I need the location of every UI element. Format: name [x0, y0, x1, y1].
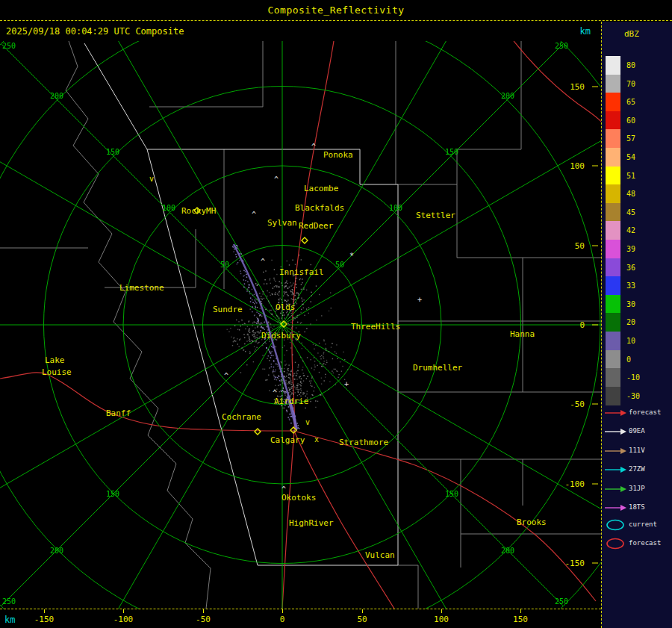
- city-label: Innisfail: [279, 267, 324, 277]
- dbz-value: 60: [626, 116, 635, 125]
- dbz-scale-title: dBZ: [624, 29, 639, 39]
- svg-text:-150: -150: [565, 559, 585, 568]
- legend-label: forecast: [629, 539, 661, 547]
- legend-label: current: [629, 520, 657, 528]
- svg-text:^: ^: [274, 175, 279, 184]
- dbz-value: 0: [626, 355, 631, 364]
- page-title: Composite_Reflectivity: [267, 4, 404, 16]
- legend-label: 31JP: [629, 485, 645, 492]
- svg-text:^: ^: [224, 372, 228, 380]
- x-axis-unit-label: km: [4, 615, 15, 625]
- dbz-swatch: [606, 295, 620, 314]
- x-axis-tick-label: 100: [434, 615, 449, 624]
- city-label: Sylvan: [267, 218, 297, 228]
- svg-text:0: 0: [579, 320, 585, 330]
- svg-text:250: 250: [2, 597, 16, 606]
- x-axis-tick-label: 50: [357, 615, 367, 624]
- dbz-swatch: [606, 167, 620, 185]
- current-ellipse-icon: [604, 518, 628, 532]
- dbz-swatch: [606, 129, 620, 148]
- city-label: Strathmore: [339, 438, 388, 447]
- svg-text:+: +: [417, 296, 422, 304]
- x-axis-tick: [123, 609, 124, 613]
- city-label: Okotoks: [281, 493, 316, 503]
- city-label: Stettler: [416, 211, 455, 220]
- svg-text:100: 100: [389, 204, 402, 212]
- legend-label: 111V: [629, 447, 645, 454]
- dbz-swatch: [606, 368, 620, 387]
- svg-text:250: 250: [2, 42, 16, 50]
- forecast-arrow-icon: [604, 408, 628, 418]
- 111V-arrow-icon: [604, 446, 628, 456]
- svg-text:150: 150: [570, 82, 585, 92]
- dbz-value: 65: [626, 98, 635, 106]
- dbz-swatch: [606, 258, 620, 277]
- dbz-swatch: [606, 111, 620, 130]
- dbz-swatch: [606, 332, 620, 350]
- x-axis-tick: [282, 609, 283, 613]
- radar-application-window: Composite_Reflectivity 2025/09/18 00:04:…: [0, 0, 672, 628]
- svg-text:^: ^: [311, 143, 316, 151]
- svg-text:^: ^: [273, 389, 277, 397]
- 18TS-arrow-icon: [604, 503, 628, 513]
- city-label: Airdrie: [274, 397, 308, 406]
- city-label: Ponoka: [323, 150, 353, 160]
- 09EA-arrow-icon: [604, 426, 628, 437]
- city-label: Didsbury: [261, 331, 301, 341]
- svg-text:200: 200: [50, 92, 63, 100]
- svg-text:150: 150: [445, 490, 458, 498]
- dbz-swatch: [606, 203, 620, 222]
- svg-text:^: ^: [261, 258, 265, 266]
- radar-display[interactable]: 5010015020025050100150200250150200250150…: [0, 41, 601, 609]
- dbz-swatch: [606, 387, 620, 405]
- x-axis-tick-label: 150: [513, 615, 528, 624]
- dbz-swatch: [606, 221, 620, 240]
- city-label: Banff: [106, 408, 131, 418]
- dbz-swatch: [606, 148, 620, 167]
- svg-text:150: 150: [106, 148, 119, 156]
- dbz-swatch: [606, 240, 620, 258]
- status-row: 2025/09/18 00:04:29 UTC Composite km: [0, 22, 601, 41]
- dbz-value: 39: [626, 245, 635, 253]
- city-label: Louise: [42, 367, 72, 377]
- legend-label: forecast: [629, 408, 661, 416]
- radar-canvas[interactable]: 5010015020025050100150200250150200250150…: [0, 41, 601, 609]
- legend-label: 18TS: [629, 503, 645, 511]
- x-axis-tick: [441, 609, 442, 613]
- dbz-value: 54: [626, 153, 635, 161]
- svg-text:50: 50: [575, 241, 585, 251]
- svg-text:200: 200: [501, 547, 514, 555]
- svg-text:-100: -100: [565, 479, 585, 489]
- city-label: Cochrane: [222, 412, 261, 422]
- city-label: Hanna: [510, 329, 535, 339]
- svg-text:50: 50: [335, 261, 344, 269]
- svg-text:-50: -50: [570, 400, 585, 409]
- dbz-value: 51: [626, 172, 635, 180]
- dbz-value: 48: [626, 190, 635, 198]
- radar-site-diamond-icon: [302, 237, 308, 243]
- city-label: HighRiver: [289, 518, 334, 528]
- svg-text:200: 200: [50, 547, 63, 555]
- x-axis: km -150-100-50050100150: [0, 609, 601, 628]
- city-label: Blackfalds: [295, 203, 344, 213]
- svg-text:x: x: [314, 435, 319, 444]
- title-bar: Composite_Reflectivity: [0, 0, 672, 21]
- x-axis-tick-label: -150: [34, 615, 55, 624]
- svg-text:100: 100: [162, 204, 175, 212]
- svg-text:100: 100: [570, 161, 585, 171]
- dbz-value: 42: [626, 226, 635, 234]
- svg-text:50: 50: [220, 261, 229, 269]
- city-label: Vulcan: [365, 550, 395, 560]
- city-label: Drumheller: [413, 363, 463, 373]
- city-label: Olds: [276, 302, 296, 312]
- dbz-value: 36: [626, 264, 635, 272]
- dbz-value: 10: [626, 337, 635, 345]
- city-label: Limestone: [119, 283, 164, 293]
- dbz-value: -10: [626, 373, 640, 382]
- svg-text:200: 200: [501, 92, 514, 100]
- city-label: Calgary: [270, 435, 305, 445]
- svg-text:150: 150: [106, 490, 119, 498]
- svg-text:+: +: [344, 380, 349, 388]
- city-label: Sundre: [213, 305, 243, 314]
- dbz-value: -30: [626, 392, 640, 400]
